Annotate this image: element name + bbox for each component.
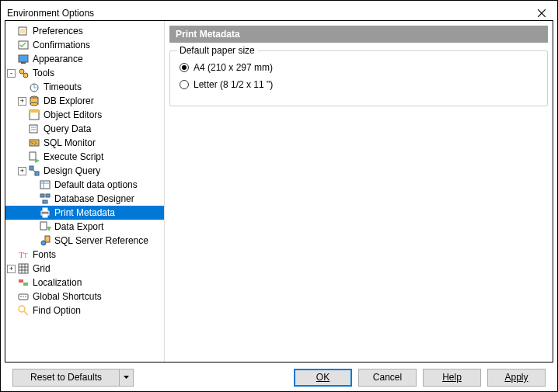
svg-rect-26 bbox=[30, 166, 33, 170]
tree-item-shortcuts[interactable]: Global Shortcuts bbox=[5, 290, 164, 304]
tree-item-objecteditors[interactable]: Object Editors bbox=[5, 108, 164, 122]
locale-icon bbox=[17, 276, 30, 289]
tree-item-label: SQL Server Reference bbox=[53, 235, 150, 246]
dbdes-icon bbox=[39, 193, 51, 205]
expander-spacer bbox=[7, 293, 16, 301]
svg-rect-33 bbox=[46, 194, 50, 197]
button-bar: Reset to Defaults OK Cancel Help Apply bbox=[5, 367, 553, 387]
tools-icon bbox=[17, 67, 30, 79]
dbexp-icon bbox=[28, 95, 40, 107]
svg-rect-37 bbox=[43, 214, 47, 217]
print-icon bbox=[39, 206, 51, 219]
svg-rect-24 bbox=[30, 152, 36, 160]
svg-point-55 bbox=[19, 306, 25, 312]
tree-item-label: DB Explorer bbox=[42, 95, 96, 106]
chevron-down-icon bbox=[124, 376, 129, 379]
reset-dropdown-button[interactable] bbox=[120, 369, 134, 387]
options-tree[interactable]: PreferencesConfirmationsAppearance-Tools… bbox=[5, 21, 165, 362]
window-title: Environment Options bbox=[7, 8, 94, 19]
content-header: Print Metadata bbox=[169, 26, 548, 43]
cancel-button[interactable]: Cancel bbox=[358, 369, 417, 387]
tree-item-sqlmonitor[interactable]: SQLSQL Monitor bbox=[5, 136, 164, 150]
tree-item-preferences[interactable]: Preferences bbox=[5, 24, 164, 38]
tree-item-dbdesigner[interactable]: Database Designer bbox=[5, 192, 164, 206]
tree-item-label: SQL Monitor bbox=[42, 137, 97, 148]
confirm-icon bbox=[17, 39, 30, 51]
expander-spacer bbox=[29, 237, 37, 245]
tree-item-label: Preferences bbox=[31, 26, 85, 36]
expander-spacer bbox=[7, 307, 16, 315]
svg-rect-18 bbox=[30, 110, 39, 113]
tree-item-timeouts[interactable]: Timeouts bbox=[5, 80, 164, 94]
svg-marker-25 bbox=[35, 158, 40, 163]
close-button[interactable] bbox=[532, 5, 551, 21]
help-label: Help bbox=[442, 372, 462, 383]
ok-label: OK bbox=[316, 372, 330, 383]
svg-point-53 bbox=[23, 296, 24, 297]
radio-letter[interactable]: Letter (8 1/2 x 11 ") bbox=[180, 79, 538, 90]
radio-a4[interactable]: A4 (210 x 297 mm) bbox=[180, 62, 538, 73]
tree-item-execscript[interactable]: Execute Script bbox=[5, 150, 164, 164]
apply-label: Apply bbox=[504, 372, 528, 383]
tree-item-label: Execute Script bbox=[42, 151, 105, 162]
tree-item-dbexplorer[interactable]: +DB Explorer bbox=[5, 94, 164, 108]
radio-icon bbox=[180, 80, 189, 89]
tree-item-defaultdata[interactable]: Default data options bbox=[5, 178, 164, 192]
tree-item-querydata[interactable]: Query Data bbox=[5, 122, 164, 136]
expand-icon[interactable]: + bbox=[18, 97, 26, 106]
tree-item-designquery[interactable]: +Design Query bbox=[5, 164, 164, 178]
tree-item-label: Design Query bbox=[42, 165, 102, 176]
objed-icon bbox=[28, 109, 40, 121]
tree-item-findoption[interactable]: Find Option bbox=[5, 304, 164, 317]
tree-item-printmeta[interactable]: Print Metadata bbox=[5, 206, 164, 220]
sqlref-icon bbox=[39, 234, 51, 247]
grid-icon bbox=[17, 262, 30, 275]
find-icon bbox=[17, 304, 30, 317]
short-icon bbox=[17, 290, 30, 303]
tree-item-sqlserverref[interactable]: SQL Server Reference bbox=[5, 234, 164, 248]
expander-spacer bbox=[29, 223, 37, 231]
tree-item-confirmations[interactable]: Confirmations bbox=[5, 38, 164, 52]
svg-rect-27 bbox=[35, 172, 39, 175]
svg-rect-36 bbox=[43, 208, 47, 211]
tree-item-grid[interactable]: +Grid bbox=[5, 262, 164, 276]
tree-item-localization[interactable]: Localization bbox=[5, 276, 164, 290]
svg-point-52 bbox=[20, 296, 22, 297]
svg-rect-41 bbox=[45, 236, 50, 242]
tree-item-label: Tools bbox=[31, 68, 56, 78]
svg-rect-50 bbox=[23, 283, 28, 286]
paper-size-group: Default paper size A4 (210 x 297 mm) Let… bbox=[169, 50, 548, 106]
svg-rect-49 bbox=[19, 279, 23, 283]
tree-item-label: Timeouts bbox=[42, 82, 83, 92]
expand-icon[interactable]: + bbox=[18, 167, 26, 175]
exec-icon bbox=[28, 151, 40, 163]
tree-item-dataexport[interactable]: Data Export bbox=[5, 220, 164, 234]
tree-item-label: Database Designer bbox=[53, 193, 136, 204]
tree-item-tools[interactable]: -Tools bbox=[5, 66, 164, 80]
expander-spacer bbox=[18, 139, 26, 147]
svg-point-16 bbox=[30, 102, 38, 106]
svg-point-9 bbox=[19, 69, 24, 74]
expander-spacer bbox=[7, 279, 16, 287]
design-icon bbox=[28, 165, 40, 177]
reset-split-button: Reset to Defaults bbox=[12, 369, 134, 387]
tree-item-fonts[interactable]: TTFonts bbox=[5, 248, 164, 262]
tree-item-label: Print Metadata bbox=[53, 207, 117, 218]
collapse-icon[interactable]: - bbox=[7, 69, 16, 78]
svg-rect-32 bbox=[40, 194, 44, 197]
ok-button[interactable]: OK bbox=[294, 369, 352, 387]
tree-item-label: Default data options bbox=[53, 179, 139, 190]
help-button[interactable]: Help bbox=[423, 369, 481, 387]
tree-item-appearance[interactable]: Appearance bbox=[5, 52, 164, 66]
tree-item-label: Confirmations bbox=[31, 40, 92, 50]
svg-text:T: T bbox=[23, 252, 28, 259]
fonts-icon: TT bbox=[17, 248, 30, 261]
apply-button[interactable]: Apply bbox=[487, 369, 546, 387]
expander-spacer bbox=[7, 251, 16, 259]
reset-defaults-button[interactable]: Reset to Defaults bbox=[12, 369, 120, 387]
svg-marker-39 bbox=[47, 227, 51, 231]
expander-spacer bbox=[29, 181, 37, 189]
expand-icon[interactable]: + bbox=[7, 265, 16, 273]
defdata-icon bbox=[39, 179, 51, 191]
svg-point-10 bbox=[23, 73, 28, 78]
